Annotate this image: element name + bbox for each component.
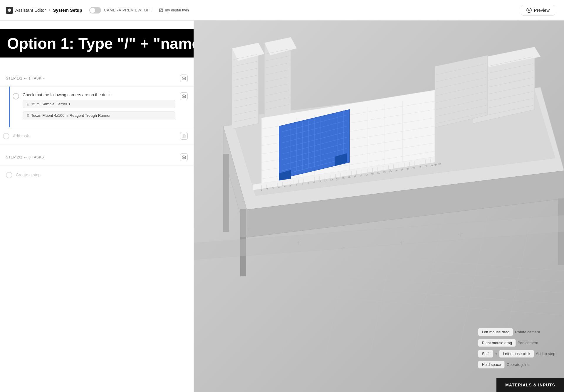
add-task-left: Add task [3, 132, 29, 139]
my-digital-twin-link[interactable]: my digital twin [159, 8, 189, 12]
step2-number: STEP 2/2 [6, 155, 22, 159]
link-icon [159, 8, 163, 12]
step1-header: STEP 1/2 -- 1 TASK ▾ [0, 70, 194, 87]
task-description-1: Check that the following carriers are on… [23, 92, 177, 97]
camera-toggle-switch[interactable] [89, 7, 101, 13]
carrier-label-1: 15 ml Sample Carrier 1 [31, 102, 70, 106]
step2-task-count: 0 TASKS [28, 155, 44, 159]
add-task-camera-button[interactable] [180, 132, 188, 140]
key-right-mouse-drag: Right mouse drag [478, 339, 516, 347]
key-hold-space: Hold space [478, 361, 505, 369]
create-step-row[interactable]: Create a step [0, 165, 194, 184]
step1-separator: -- [24, 76, 27, 80]
add-task-row[interactable]: Add task [0, 127, 194, 145]
step1-chevron-icon[interactable]: ▾ [43, 77, 45, 80]
create-step-radio[interactable] [6, 172, 12, 178]
step2-label: STEP 2/2 -- 0 TASKS [6, 155, 44, 159]
carrier-label-2: Tecan Fluent 4x100ml Reagent Trough Runn… [31, 113, 110, 118]
preview-button[interactable]: Preview [521, 5, 555, 16]
step2-camera-button[interactable] [180, 153, 188, 161]
hint-pan-camera: Pan camera [518, 341, 538, 345]
step1-camera-button[interactable] [180, 75, 188, 82]
control-hints: Left mouse drag Rotate camera Right mous… [478, 328, 555, 369]
step1-label: STEP 1/2 -- 1 TASK ▾ [6, 76, 45, 80]
svg-point-4 [183, 157, 184, 158]
tooltip-overlay: Option 1: Type "/" + "name" [0, 29, 194, 58]
task-radio-1[interactable] [13, 93, 19, 99]
svg-point-3 [183, 136, 184, 137]
hint-row-hold-space: Hold space Operate joints [478, 361, 555, 369]
right-panel-3d[interactable]: 1 2 3 4 5 6 7 8 9 10 11 12 13 14 15 16 1 [194, 21, 564, 392]
task-row-1: Check that the following carriers are on… [10, 87, 194, 127]
hint-add-to-step: Add to step [536, 352, 555, 356]
add-task-radio[interactable] [3, 133, 9, 139]
carrier-tag-2[interactable]: ⊞ Tecan Fluent 4x100ml Reagent Trough Ru… [23, 111, 175, 119]
3d-viewport[interactable]: 1 2 3 4 5 6 7 8 9 10 11 12 13 14 15 16 1 [194, 21, 564, 392]
hint-row-right-drag: Right mouse drag Pan camera [478, 339, 555, 347]
toggle-knob [90, 8, 95, 13]
camera-preview-toggle[interactable]: CAMERA PREVIEW: OFF [89, 7, 152, 13]
key-left-mouse-drag: Left mouse drag [478, 328, 513, 336]
hint-row-left-drag: Left mouse drag Rotate camera [478, 328, 555, 336]
carrier-icon-1: ⊞ [26, 102, 29, 106]
step2-separator: -- [24, 155, 27, 159]
carrier-tag-1[interactable]: ⊞ 15 ml Sample Carrier 1 [23, 100, 175, 108]
editor-label: Assistant Editor [15, 8, 46, 13]
key-left-mouse-click: Left mouse click [499, 350, 534, 358]
step2-header: STEP 2/2 -- 0 TASKS [0, 149, 194, 165]
camera-preview-label: CAMERA PREVIEW: OFF [104, 8, 152, 12]
create-step-label: Create a step [16, 173, 41, 177]
add-task-label: Add task [13, 134, 29, 138]
left-panel: Option 1: Type "/" + "name" STEP 1/2 -- … [0, 21, 194, 392]
materials-inputs-button[interactable]: MATERIALS & INPUTS [496, 378, 564, 392]
plus-sign-1: + [495, 352, 497, 356]
digital-twin-label: my digital twin [165, 8, 189, 12]
step1-number: STEP 1/2 [6, 76, 22, 80]
task-content-1: Check that the following carriers are on… [23, 92, 177, 121]
materials-inputs-label: MATERIALS & INPUTS [505, 383, 555, 387]
svg-point-2 [183, 96, 184, 97]
carriers-list: ⊞ 15 ml Sample Carrier 1 ⊞ Tecan Fluent … [23, 100, 177, 121]
carrier-icon-2: ⊞ [26, 114, 29, 118]
logo-icon [6, 7, 13, 14]
preview-label: Preview [534, 8, 550, 13]
main-content: Option 1: Type "/" + "name" STEP 1/2 -- … [0, 21, 564, 392]
hint-operate-joints: Operate joints [506, 362, 530, 367]
play-icon [526, 8, 532, 13]
header-separator: / [49, 8, 50, 13]
step1-task-count: 1 TASK [28, 76, 41, 80]
svg-point-1 [183, 78, 184, 79]
step1-tasks-container: Check that the following carriers are on… [9, 87, 194, 127]
hint-row-shift-click: Shift + Left mouse click Add to step [478, 350, 555, 358]
task-camera-button[interactable] [180, 92, 188, 100]
app-header: Assistant Editor / System Setup CAMERA P… [0, 0, 564, 21]
key-shift: Shift [478, 350, 493, 358]
svg-marker-60 [435, 55, 488, 127]
hint-rotate-camera: Rotate camera [515, 330, 540, 334]
app-logo: Assistant Editor / System Setup [6, 7, 82, 14]
tooltip-text: Option 1: Type "/" + "name" [7, 35, 194, 52]
svg-rect-22 [223, 154, 229, 232]
system-setup-label: System Setup [53, 8, 82, 13]
